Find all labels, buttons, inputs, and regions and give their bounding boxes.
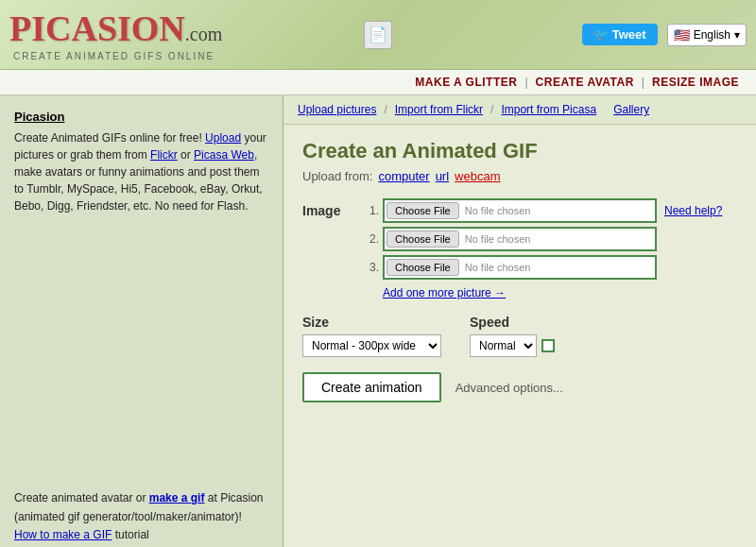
import-picasa-link[interactable]: Import from Picasa	[501, 103, 596, 116]
sidebar-top: Picasion Create Animated GIFs online for…	[14, 110, 268, 214]
image-label: Image	[302, 198, 345, 218]
save-icon-button[interactable]: 📄	[364, 21, 392, 49]
advanced-options-label: Advanced options...	[455, 381, 563, 395]
speed-checkbox[interactable]	[541, 339, 555, 352]
file-inputs-area: 1. Choose File No file chosen Need help?…	[364, 198, 737, 299]
file-chosen-text-1: No file chosen	[465, 205, 531, 216]
logo-area: PICASION .com CREATE ANIMATED GIFS ONLIN…	[9, 8, 222, 61]
file-num-1: 1.	[364, 204, 379, 217]
sidebar-desc-3: or	[178, 148, 194, 162]
file-input-container-1: Choose File No file chosen	[383, 198, 657, 223]
sidebar-bottom: Create animated avatar or make a gif at …	[14, 489, 268, 544]
size-select[interactable]: Normal - 300px wide Small - 160px wide M…	[302, 334, 441, 357]
size-group: Size Normal - 300px wide Small - 160px w…	[302, 315, 441, 357]
flickr-link[interactable]: Flickr	[150, 148, 178, 162]
make-gif-link[interactable]: make a gif	[149, 491, 205, 504]
sidebar-title[interactable]: Picasion	[14, 110, 268, 124]
upload-from-row: Upload from: computer url webcam	[302, 169, 737, 183]
file-num-3: 3.	[364, 261, 379, 274]
logo-text: PICASION	[9, 8, 185, 49]
header: PICASION .com CREATE ANIMATED GIFS ONLIN…	[0, 0, 756, 70]
upload-webcam-link[interactable]: webcam	[455, 169, 500, 183]
logo-container: PICASION .com CREATE ANIMATED GIFS ONLIN…	[9, 8, 222, 61]
header-right: 🐦 Tweet 🇺🇸 English ▾	[582, 24, 747, 46]
sidebar: Picasion Create Animated GIFs online for…	[0, 95, 284, 547]
language-label: English	[694, 28, 730, 42]
upload-link[interactable]: Upload	[205, 131, 241, 145]
how-to-suffix: tutorial	[112, 528, 148, 541]
add-more-row: Add one more picture →	[383, 285, 737, 299]
sidebar-desc-1: Create Animated GIFs online for free!	[14, 131, 205, 145]
add-more-picture-link[interactable]: Add one more picture →	[383, 286, 506, 299]
speed-select[interactable]: Slow Normal Fast	[470, 334, 537, 357]
file-row-3: 3. Choose File No file chosen	[364, 255, 737, 280]
create-avatar-link[interactable]: CREATE AVATAR	[528, 76, 642, 89]
choose-file-btn-1[interactable]: Choose File	[387, 202, 459, 219]
save-icon: 📄	[369, 26, 387, 43]
upload-from-label: Upload from:	[302, 169, 372, 183]
make-glitter-link[interactable]: MAKE A GLITTER	[407, 76, 524, 89]
file-row-2: 2. Choose File No file chosen	[364, 227, 737, 251]
file-input-container-2: Choose File No file chosen	[383, 227, 657, 251]
language-selector[interactable]: 🇺🇸 English ▾	[667, 24, 747, 46]
size-speed-row: Size Normal - 300px wide Small - 160px w…	[302, 315, 737, 357]
nav-bar: MAKE A GLITTER | CREATE AVATAR | RESIZE …	[0, 70, 756, 95]
import-flickr-link[interactable]: Import from Flickr	[395, 103, 483, 116]
image-section: Image 1. Choose File No file chosen Need…	[302, 198, 737, 299]
form-title: Create an Animated GIF	[302, 139, 737, 163]
chevron-down-icon: ▾	[734, 28, 740, 42]
file-chosen-text-2: No file chosen	[465, 233, 531, 245]
sub-nav-sep-1: /	[384, 103, 387, 116]
content-area: Upload pictures / Import from Flickr / I…	[284, 95, 756, 547]
upload-pictures-link[interactable]: Upload pictures	[298, 103, 376, 116]
tweet-label: Tweet	[612, 27, 646, 42]
speed-row-inner: Slow Normal Fast	[470, 334, 555, 357]
action-row: Create animation Advanced options...	[302, 372, 737, 402]
how-to-gif-link[interactable]: How to make a GIF	[14, 528, 112, 541]
upload-computer-link[interactable]: computer	[378, 169, 429, 183]
sidebar-bottom-1: Create animated avatar or	[14, 491, 149, 504]
tweet-button[interactable]: 🐦 Tweet	[582, 24, 658, 45]
picasa-link[interactable]: Picasa Web	[194, 148, 254, 162]
create-animation-button[interactable]: Create animation	[302, 372, 441, 402]
size-label: Size	[302, 315, 441, 330]
form-area: Create an Animated GIF Upload from: comp…	[284, 125, 756, 417]
file-row-1: 1. Choose File No file chosen Need help?	[364, 198, 737, 223]
main-layout: Picasion Create Animated GIFs online for…	[0, 95, 756, 547]
resize-image-link[interactable]: RESIZE IMAGE	[644, 76, 747, 89]
speed-group: Speed Slow Normal Fast	[470, 315, 555, 357]
upload-url-link[interactable]: url	[436, 169, 449, 183]
choose-file-btn-3[interactable]: Choose File	[387, 259, 459, 276]
file-chosen-text-3: No file chosen	[465, 262, 531, 273]
file-input-container-3: Choose File No file chosen	[383, 255, 657, 280]
logo-main-row: PICASION .com	[9, 8, 222, 49]
gallery-link[interactable]: Gallery	[613, 103, 649, 116]
sidebar-description: Create Animated GIFs online for free! Up…	[14, 129, 268, 214]
flag-icon: 🇺🇸	[674, 27, 690, 43]
need-help-link[interactable]: Need help?	[664, 204, 722, 217]
sub-nav: Upload pictures / Import from Flickr / I…	[284, 95, 756, 125]
advanced-options-link[interactable]: Advanced options...	[455, 381, 563, 395]
header-center: 📄	[364, 21, 392, 49]
sub-nav-sep-2: /	[490, 103, 493, 116]
twitter-icon: 🐦	[593, 27, 609, 42]
choose-file-btn-2[interactable]: Choose File	[387, 231, 459, 248]
logo-suffix: .com	[185, 24, 222, 45]
speed-label: Speed	[470, 315, 555, 330]
file-num-2: 2.	[364, 232, 379, 246]
logo-tagline: CREATE ANIMATED GIFS ONLINE	[9, 51, 222, 61]
